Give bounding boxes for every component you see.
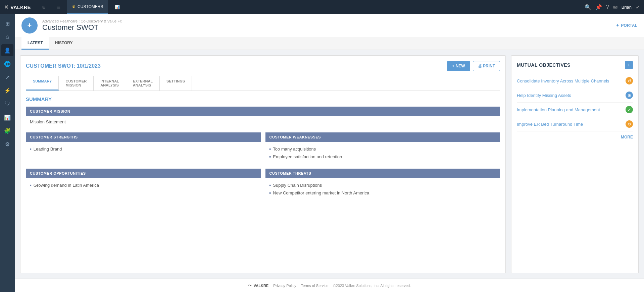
page-header-titles: Advanced Healthcare : Co-Discovery & Val… <box>42 19 121 32</box>
sidebar-item-gear[interactable]: ⚙ <box>1 138 13 150</box>
page-title: Customer SWOT <box>42 23 121 32</box>
sidebar-item-grid[interactable]: ⊞ <box>1 17 13 30</box>
objective-item-3[interactable]: Implementation Planning and Management ✓ <box>517 103 633 117</box>
swot-nav-summary[interactable]: SUMMARY <box>26 76 59 91</box>
sidebar-item-shield[interactable]: 🛡 <box>1 98 13 110</box>
swot-grid: CUSTOMER STRENGTHS Leading Brand CUSTOME… <box>26 132 500 200</box>
weaknesses-list: Too many acquisitions Employee satisfact… <box>269 145 496 161</box>
weaknesses-header: CUSTOMER WEAKNESSES <box>265 132 500 142</box>
weaknesses-card: CUSTOMER WEAKNESSES Too many acquisition… <box>265 132 500 164</box>
top-nav-right: 🔍 📌 ? ✉ Brian ✓ <box>585 4 640 10</box>
opportunities-header: CUSTOMER OPPORTUNITIES <box>26 169 261 178</box>
sidebar-item-arrow[interactable]: ↗ <box>1 71 13 83</box>
strengths-list: Leading Brand <box>30 145 257 153</box>
objective-status-3: ✓ <box>626 106 633 113</box>
left-sidebar: ⊞ ⌂ 👤 🌐 ↗ ⚡ 🛡 📊 🧩 ⚙ <box>0 14 15 292</box>
mail-icon[interactable]: ✉ <box>613 4 617 10</box>
threats-header: CUSTOMER THREATS <box>265 169 500 178</box>
new-button[interactable]: + NEW <box>447 61 470 71</box>
opportunities-list: Growing demand in Latin America <box>30 181 257 189</box>
footer: 〜 VALKRE Privacy Policy Terms of Service… <box>15 279 644 292</box>
analytics-icon: ≡ <box>57 4 61 11</box>
logo: ✕ VALKRE <box>4 4 31 10</box>
logo-text: VALKRE <box>10 4 31 10</box>
right-panel: MUTUAL OBJECTIVES + Consolidate Inventor… <box>511 55 639 273</box>
list-item: Supply Chain Disruptions <box>269 181 496 189</box>
opportunities-card: CUSTOMER OPPORTUNITIES Growing demand in… <box>26 169 261 200</box>
sidebar-item-lightning[interactable]: ⚡ <box>1 84 13 97</box>
objective-status-4: ↺ <box>626 120 633 128</box>
swot-nav: SUMMARY CUSTOMERMISSION INTERNALANALYSIS… <box>26 76 500 91</box>
sidebar-item-chart[interactable]: 📊 <box>1 111 13 123</box>
pin-icon[interactable]: 📌 <box>595 4 602 10</box>
add-objective-button[interactable]: + <box>625 61 633 69</box>
nav-chart[interactable]: 📊 <box>110 0 125 14</box>
tab-history[interactable]: HISTORY <box>49 37 79 50</box>
summary-heading: SUMMARY <box>26 96 500 102</box>
opportunities-body: Growing demand in Latin America <box>26 178 261 192</box>
tab-latest[interactable]: LATEST <box>21 37 49 50</box>
user-name[interactable]: Brian <box>622 5 632 10</box>
objective-label-1: Consolidate Inventory Across Multiple Ch… <box>517 78 626 83</box>
mission-header: CUSTOMER MISSION <box>26 107 500 116</box>
objective-status-2: ⊕ <box>626 92 633 99</box>
mission-block: CUSTOMER MISSION Mission Statement <box>26 107 500 128</box>
threats-body: Supply Chain Disruptions New Competitor … <box>265 178 500 200</box>
close-icon: ✕ <box>4 4 8 10</box>
objective-item-2[interactable]: Help Identify Missing Assets ⊕ <box>517 88 633 103</box>
nav-grid[interactable]: ⊞ <box>38 0 50 14</box>
list-item: Leading Brand <box>30 145 257 153</box>
swot-header: CUSTOMER SWOT: 10/1/2023 + NEW 🖨 PRINT <box>26 61 500 71</box>
portal-button[interactable]: ✦ PORTAL <box>616 23 637 28</box>
nav-items: ⊞ ≡ ♛ CUSTOMERS 📊 <box>38 0 585 14</box>
swot-nav-external[interactable]: EXTERNALANALYSIS <box>126 76 160 91</box>
content-area: + Advanced Healthcare : Co-Discovery & V… <box>15 14 644 292</box>
objective-item-1[interactable]: Consolidate Inventory Across Multiple Ch… <box>517 74 633 88</box>
right-panel-header: MUTUAL OBJECTIVES + <box>517 61 633 69</box>
mutual-objectives-title: MUTUAL OBJECTIVES <box>517 62 571 68</box>
objective-status-1: ↺ <box>626 77 633 84</box>
objective-item-4[interactable]: Improve ER Bed Turnaround Time ↺ <box>517 117 633 131</box>
app-body: ⊞ ⌂ 👤 🌐 ↗ ⚡ 🛡 📊 🧩 ⚙ + Advanced Healthcar… <box>0 14 644 292</box>
help-icon[interactable]: ? <box>606 4 609 10</box>
footer-logo-icon: 〜 <box>248 283 252 288</box>
list-item: New Competitor entering market in North … <box>269 189 496 197</box>
threats-list: Supply Chain Disruptions New Competitor … <box>269 181 496 197</box>
strengths-card: CUSTOMER STRENGTHS Leading Brand <box>26 132 261 164</box>
swot-nav-internal[interactable]: INTERNALANALYSIS <box>94 76 126 91</box>
sidebar-item-planet[interactable]: 🌐 <box>1 58 13 70</box>
list-item: Growing demand in Latin America <box>30 181 257 189</box>
more-link[interactable]: MORE <box>517 135 633 139</box>
crown-icon: ♛ <box>72 4 76 9</box>
footer-logo: 〜 VALKRE <box>248 283 268 288</box>
page-header: + Advanced Healthcare : Co-Discovery & V… <box>15 14 644 37</box>
footer-logo-text: VALKRE <box>254 284 268 288</box>
notify-icon[interactable]: ✓ <box>636 4 640 10</box>
sidebar-item-home[interactable]: ⌂ <box>1 31 13 43</box>
terms-link[interactable]: Terms of Service <box>301 284 329 288</box>
sidebar-item-puzzle[interactable]: 🧩 <box>1 125 13 137</box>
swot-nav-settings[interactable]: SETTINGS <box>160 76 192 91</box>
portal-label: PORTAL <box>621 23 637 28</box>
search-icon[interactable]: 🔍 <box>585 4 591 10</box>
objective-label-2: Help Identify Missing Assets <box>517 93 626 98</box>
privacy-policy-link[interactable]: Privacy Policy <box>273 284 296 288</box>
sidebar-item-customers[interactable]: 👤 <box>1 44 13 56</box>
nav-customers[interactable]: ♛ CUSTOMERS <box>67 0 108 14</box>
threats-card: CUSTOMER THREATS Supply Chain Disruption… <box>265 169 500 200</box>
swot-actions: + NEW 🖨 PRINT <box>447 61 500 71</box>
nav-customers-label: CUSTOMERS <box>78 4 103 9</box>
print-button[interactable]: 🖨 PRINT <box>473 61 500 71</box>
swot-nav-mission[interactable]: CUSTOMERMISSION <box>59 76 94 91</box>
strengths-header: CUSTOMER STRENGTHS <box>26 132 261 142</box>
top-nav: ✕ VALKRE ⊞ ≡ ♛ CUSTOMERS 📊 🔍 📌 ? ✉ Brian… <box>0 0 644 14</box>
objective-label-3: Implementation Planning and Management <box>517 107 626 112</box>
nav-analytics[interactable]: ≡ <box>52 0 65 14</box>
portal-star-icon: ✦ <box>616 23 619 28</box>
page-header-left: + Advanced Healthcare : Co-Discovery & V… <box>21 17 121 34</box>
customer-logo: + <box>21 17 38 34</box>
main-content: CUSTOMER SWOT: 10/1/2023 + NEW 🖨 PRINT S… <box>15 50 644 279</box>
list-item: Too many acquisitions <box>269 145 496 153</box>
logo-char: + <box>28 21 32 30</box>
mission-body: Mission Statement <box>26 116 500 128</box>
